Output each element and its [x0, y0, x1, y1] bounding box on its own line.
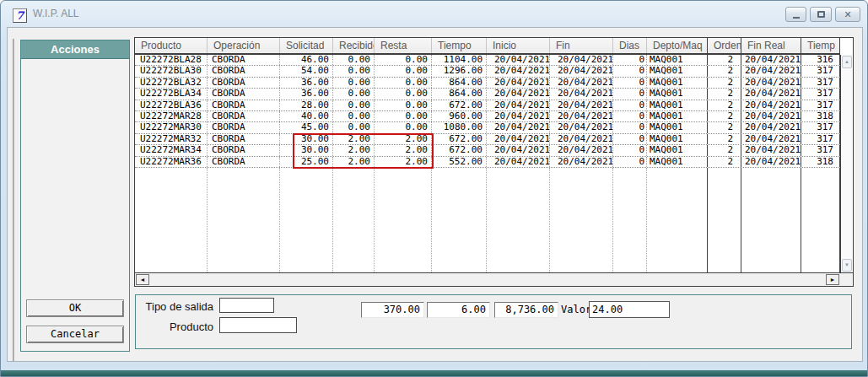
grid-cell[interactable]: 2.00 [375, 145, 432, 155]
column-header-fin[interactable]: Fin [550, 38, 613, 53]
grid-cell[interactable]: U22272BLA28 [135, 55, 208, 65]
grid-cell[interactable]: U22272BLA36 [135, 100, 208, 110]
producto-input[interactable] [219, 317, 297, 333]
column-header-tiempo[interactable]: Tiempo [432, 38, 487, 53]
grid-cell[interactable]: MAQ001 [647, 100, 708, 110]
column-header-fin-real[interactable]: Fin Real [741, 38, 801, 53]
grid-cell[interactable]: 20/04/2021 [487, 122, 550, 132]
grid-cell[interactable]: 36.00 [280, 89, 333, 99]
grid-cell[interactable]: 20/04/2021 [550, 122, 613, 132]
grid-cell[interactable]: 2 [708, 134, 741, 144]
table-row[interactable]: U22272MAR28CBORDA40.000.000.00960.0020/0… [135, 111, 840, 122]
grid-cell[interactable]: 45.00 [280, 122, 333, 132]
grid-cell[interactable]: 0.00 [375, 100, 432, 110]
grid-cell[interactable]: 2.00 [333, 145, 375, 155]
grid-cell[interactable]: U22272BLA32 [135, 78, 208, 88]
grid-cell[interactable]: 2 [708, 145, 741, 155]
grid-cell[interactable]: 20/04/2021 [487, 111, 550, 121]
column-header-tiemp[interactable]: Tiemp [801, 38, 840, 53]
grid-cell[interactable]: 20/04/2021 [487, 100, 550, 110]
table-row[interactable]: U22272MAR36CBORDA25.002.002.00552.0020/0… [135, 157, 840, 168]
grid-cell[interactable]: 20/04/2021 [741, 55, 801, 65]
table-row[interactable]: U22272BLA32CBORDA36.000.000.00864.0020/0… [135, 78, 840, 89]
grid-cell[interactable]: 317 [801, 145, 840, 155]
grid-cell[interactable]: 20/04/2021 [550, 134, 613, 144]
grid-cell[interactable]: 20/04/2021 [550, 100, 613, 110]
grid-cell[interactable]: 2.00 [333, 157, 375, 167]
table-row[interactable]: U22272BLA28CBORDA46.000.000.001104.0020/… [135, 55, 840, 66]
horizontal-scrollbar[interactable]: ◄ ► [135, 272, 853, 286]
grid-cell[interactable]: 0.00 [333, 122, 375, 132]
grid-cell[interactable]: 2 [708, 89, 741, 99]
scroll-left-icon[interactable]: ◄ [136, 274, 149, 285]
grid-cell[interactable]: 20/04/2021 [550, 89, 613, 99]
grid-cell[interactable]: 0.00 [375, 111, 432, 121]
close-button[interactable]: ✕ [835, 7, 860, 22]
grid-cell[interactable]: 672.00 [432, 100, 487, 110]
grid-cell[interactable]: 552.00 [432, 157, 487, 167]
column-header-operaci-n[interactable]: Operación [208, 38, 280, 53]
grid-cell[interactable]: CBORDA [208, 55, 280, 65]
grid-cell[interactable]: 1296.00 [432, 66, 487, 76]
grid-cell[interactable]: 2.00 [375, 157, 432, 167]
grid-cell[interactable]: 20/04/2021 [487, 89, 550, 99]
grid-cell[interactable]: 0.00 [333, 66, 375, 76]
grid-cell[interactable]: 0 [613, 157, 647, 167]
grid-cell[interactable]: 672.00 [432, 134, 487, 144]
column-header-depto-maq[interactable]: Depto/Maq [647, 38, 708, 53]
grid-cell[interactable]: U22272MAR34 [135, 145, 208, 155]
grid-cell[interactable]: 2 [708, 157, 741, 167]
table-row[interactable]: U22272MAR34CBORDA30.002.002.00672.0020/0… [135, 145, 840, 156]
table-row[interactable]: U22272MAR30CBORDA45.000.000.001080.0020/… [135, 122, 840, 133]
column-header-dias[interactable]: Dias [613, 38, 647, 53]
grid-cell[interactable]: MAQ001 [647, 66, 708, 76]
column-header-solicitad[interactable]: Solicitad [280, 38, 333, 53]
grid-cell[interactable]: 317 [801, 100, 840, 110]
grid-cell[interactable]: 20/04/2021 [550, 157, 613, 167]
grid-cell[interactable]: 2 [708, 100, 741, 110]
grid-cell[interactable]: 20/04/2021 [487, 145, 550, 155]
grid-cell[interactable]: CBORDA [208, 78, 280, 88]
grid-cell[interactable]: 0.00 [375, 122, 432, 132]
minimize-button[interactable] [785, 7, 806, 22]
grid-cell[interactable]: 317 [801, 78, 840, 88]
grid-cell[interactable]: U22272MAR32 [135, 134, 208, 144]
grid-cell[interactable]: 0.00 [375, 89, 432, 99]
grid-cell[interactable]: CBORDA [208, 122, 280, 132]
grid-cell[interactable]: MAQ001 [647, 111, 708, 121]
grid-cell[interactable]: 864.00 [432, 89, 487, 99]
grid-cell[interactable]: 20/04/2021 [487, 55, 550, 65]
grid-cell[interactable]: MAQ001 [647, 89, 708, 99]
grid-cell[interactable]: 20/04/2021 [741, 89, 801, 99]
grid-cell[interactable]: U22272BLA34 [135, 89, 208, 99]
grid-cell[interactable]: 40.00 [280, 111, 333, 121]
grid-cell[interactable]: 0 [613, 100, 647, 110]
scroll-right-icon[interactable]: ► [826, 274, 839, 285]
grid-cell[interactable]: 0 [613, 55, 647, 65]
grid-cell[interactable]: 0 [613, 111, 647, 121]
ok-button[interactable]: OK [26, 299, 124, 317]
grid-cell[interactable]: 317 [801, 66, 840, 76]
grid-cell[interactable]: 20/04/2021 [487, 66, 550, 76]
valor-input[interactable] [589, 301, 670, 318]
grid-cell[interactable]: 54.00 [280, 66, 333, 76]
grid-cell[interactable]: 20/04/2021 [487, 134, 550, 144]
grid-cell[interactable]: CBORDA [208, 157, 280, 167]
table-row[interactable]: U22272BLA34CBORDA36.000.000.00864.0020/0… [135, 89, 840, 100]
grid-cell[interactable]: 20/04/2021 [550, 111, 613, 121]
grid-cell[interactable]: 672.00 [432, 145, 487, 155]
grid-cell[interactable]: U22272MAR28 [135, 111, 208, 121]
grid-cell[interactable]: 0 [613, 145, 647, 155]
grid-cell[interactable]: 20/04/2021 [487, 78, 550, 88]
grid-cell[interactable]: 20/04/2021 [741, 111, 801, 121]
grid-cell[interactable]: 318 [801, 157, 840, 167]
grid-cell[interactable]: 0.00 [375, 66, 432, 76]
grid-cell[interactable]: 960.00 [432, 111, 487, 121]
scroll-up-icon[interactable]: ▲ [842, 56, 852, 68]
grid-cell[interactable]: 28.00 [280, 100, 333, 110]
grid-cell[interactable]: 20/04/2021 [741, 145, 801, 155]
scroll-down-icon[interactable]: ▼ [842, 259, 852, 272]
grid-cell[interactable]: U22272BLA30 [135, 66, 208, 76]
grid-cell[interactable]: 46.00 [280, 55, 333, 65]
grid-cell[interactable]: CBORDA [208, 145, 280, 155]
